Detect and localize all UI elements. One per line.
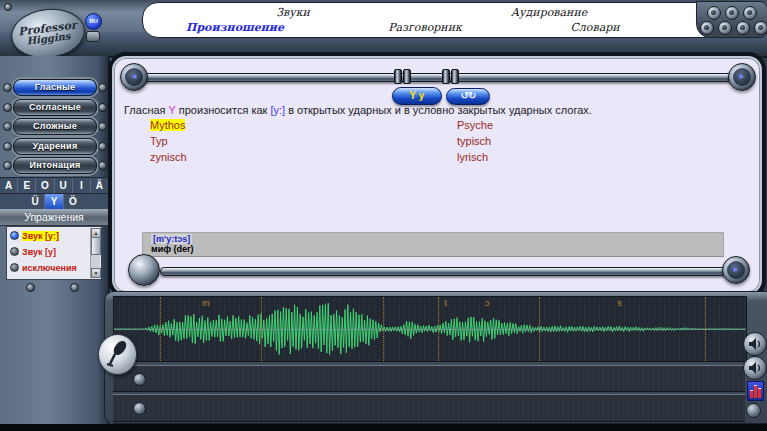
titlebar-button-3[interactable]	[743, 6, 757, 20]
screw-icon	[98, 142, 107, 151]
exercise-item-zvuk-y-short[interactable]: Звук [y]	[10, 246, 56, 259]
sidebar-item-soglasnye[interactable]: Согласные	[13, 99, 97, 116]
slider-handle-1[interactable]	[394, 69, 411, 82]
letter-button-oe[interactable]: Ö	[63, 194, 82, 209]
slider-right-button[interactable]: ►	[728, 63, 756, 91]
audio-panel: mtɔs	[104, 291, 767, 424]
sidebar-item-slozhnye[interactable]: Сложные	[13, 118, 97, 135]
volume-slider-track[interactable]	[160, 267, 728, 276]
eq-bar-icon	[754, 385, 757, 398]
word-psyche[interactable]: Psyche	[457, 119, 493, 131]
phoneme-marker: t	[445, 298, 448, 308]
play-letter-button[interactable]: Y y	[392, 87, 442, 105]
word-transcription: [m'y:tɔs]	[151, 234, 192, 244]
letter-button-ue[interactable]: Ü	[26, 194, 44, 209]
repeat-button[interactable]: ↺↻	[446, 88, 490, 105]
screw-icon	[98, 161, 107, 170]
letter-button-i[interactable]: I	[72, 178, 90, 193]
letter-button-u[interactable]: U	[54, 178, 72, 193]
titlebar-button-5[interactable]	[718, 21, 732, 35]
word-mythos[interactable]: Mythos	[150, 119, 185, 131]
tab-proiznoshenie[interactable]: Произношение	[186, 21, 284, 34]
tab-audirovanie[interactable]: Аудирование	[511, 6, 588, 19]
slider-handle-2[interactable]	[442, 69, 459, 82]
titlebar-button-2[interactable]	[725, 6, 739, 20]
sidebar-item-intonaciya[interactable]: Интонация	[13, 157, 97, 174]
titlebar-button-4[interactable]	[700, 21, 714, 35]
playback-slider-track[interactable]	[142, 73, 734, 82]
speaker-icon	[744, 357, 766, 379]
arrow-right-icon: ►	[727, 261, 745, 279]
segment-boundary-line	[383, 297, 384, 361]
slider-knob[interactable]	[128, 254, 160, 286]
rule-letter: Y	[169, 104, 176, 116]
waveform-display[interactable]: mtɔs	[113, 296, 747, 362]
screw-icon	[98, 83, 107, 92]
header: Professor Higgins RU Звуки Аудирование П…	[0, 0, 767, 58]
vowel-letter-row-2: Ü Y Ö	[0, 193, 108, 210]
scrollbar-thumb[interactable]	[91, 237, 101, 255]
phoneme-marker: s	[617, 298, 622, 308]
bullet-icon	[10, 263, 19, 272]
tab-zvuki[interactable]: Звуки	[276, 6, 310, 19]
tab-slovari[interactable]: Словари	[570, 21, 619, 34]
eq-bar-icon	[758, 388, 761, 398]
track-button-icon[interactable]	[133, 402, 146, 415]
panel-knob-button[interactable]	[746, 403, 761, 418]
slider-left-button[interactable]: ◄	[120, 63, 148, 91]
handle-grip-icon	[451, 69, 459, 84]
sidebar: Гласные Согласные Сложные Ударения Интон…	[0, 56, 110, 424]
microphone-button[interactable]	[98, 334, 137, 375]
segment-boundary-line	[705, 297, 706, 361]
word-typ[interactable]: Typ	[150, 135, 168, 147]
pronunciation-rule-text: Гласная Y произносится как [y:] в открыт…	[124, 104, 592, 116]
screw-icon	[98, 122, 107, 131]
titlebar-button-1[interactable]	[707, 6, 721, 20]
exercise-item-exceptions[interactable]: исключения	[10, 262, 77, 275]
speaker-button-2[interactable]	[743, 356, 767, 380]
titlebar-button-cluster	[696, 1, 767, 38]
letter-button-o[interactable]: O	[35, 178, 53, 193]
segment-boundary-line	[160, 297, 161, 361]
word-lyrisch[interactable]: lyrisch	[457, 151, 488, 163]
letter-button-y[interactable]: Y	[44, 194, 63, 209]
screw-icon	[98, 103, 107, 112]
exercise-scrollbar[interactable]: ▲ ▼	[90, 228, 100, 278]
recording-track-2	[113, 394, 745, 422]
word-typisch[interactable]: typisch	[457, 135, 491, 147]
titlebar-button-7[interactable]	[754, 21, 767, 35]
segment-boundary-line	[539, 297, 540, 361]
scroll-down-icon[interactable]: ▼	[91, 268, 101, 278]
segment-boundary-line	[261, 297, 262, 361]
letter-button-e[interactable]: E	[17, 178, 35, 193]
handle-grip-icon	[442, 69, 450, 84]
screw-icon	[3, 142, 12, 151]
recording-track-1	[113, 365, 745, 392]
sidebar-item-udareniya[interactable]: Ударения	[13, 138, 97, 155]
spectrum-icon[interactable]	[747, 381, 764, 401]
titlebar-button-6[interactable]	[736, 21, 750, 35]
segment-boundary-line	[438, 297, 439, 361]
speaker-button-1[interactable]	[743, 332, 767, 356]
word-zynisch[interactable]: zynisch	[150, 151, 187, 163]
tab-razgovornik[interactable]: Разговорник	[388, 21, 462, 34]
screw-icon	[26, 283, 35, 292]
nav-tab-band: Звуки Аудирование Произношение Разговорн…	[142, 2, 721, 38]
microphone-icon	[99, 335, 136, 374]
letter-button-ae[interactable]: Ä	[90, 178, 108, 193]
exercise-item-zvuk-y-long[interactable]: Звук [y:]	[10, 230, 59, 243]
professor-higgins-logo: Professor Higgins	[8, 5, 87, 63]
eq-bar-icon	[750, 390, 753, 398]
sidebar-item-glasnye[interactable]: Гласные	[13, 79, 97, 96]
rule-part: произносится как	[176, 104, 271, 116]
letter-button-a[interactable]: A	[0, 178, 17, 193]
lesson-panel: ◄ ► Y y ↺↻ Гласная Y произносится как [y…	[112, 56, 762, 294]
rule-part: в открытых ударных и в условно закрытых …	[285, 104, 592, 116]
slider-right-button-2[interactable]: ►	[722, 256, 750, 284]
exercises-header: Упражнения	[0, 209, 108, 226]
word-translation: миф (der)	[151, 244, 194, 254]
language-button[interactable]: RU	[85, 13, 102, 30]
header-small-button[interactable]	[86, 31, 100, 42]
track-button-icon[interactable]	[133, 373, 146, 386]
speaker-icon	[744, 333, 766, 355]
